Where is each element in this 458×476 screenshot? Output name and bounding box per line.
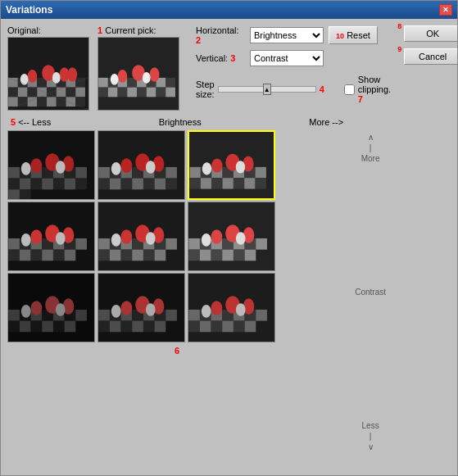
axis-more: ∧ | More <box>361 132 380 164</box>
show-clipping-checkbox[interactable] <box>344 84 355 95</box>
svg-rect-224 <box>234 321 245 333</box>
svg-point-28 <box>20 74 29 85</box>
svg-rect-204 <box>132 321 143 333</box>
step-size-label: Step size: <box>196 79 215 99</box>
svg-rect-221 <box>200 321 211 333</box>
ok-button[interactable]: OK <box>404 25 457 42</box>
svg-point-115 <box>202 162 211 175</box>
svg-point-112 <box>211 158 222 172</box>
svg-point-52 <box>150 67 160 82</box>
current-pick-image <box>97 37 179 111</box>
svg-rect-206 <box>155 321 166 333</box>
svg-rect-98 <box>190 167 201 178</box>
svg-point-29 <box>52 72 61 84</box>
svg-rect-66 <box>42 179 53 190</box>
svg-rect-71 <box>20 189 31 199</box>
current-pick-section: 1 Current pick: <box>97 25 179 111</box>
svg-point-54 <box>143 72 151 84</box>
cell-r3c2[interactable] <box>97 273 185 342</box>
svg-rect-78 <box>98 167 110 179</box>
original-label: Original: <box>7 25 41 35</box>
svg-point-173 <box>236 232 246 245</box>
svg-rect-86 <box>110 179 121 190</box>
svg-rect-18 <box>18 97 28 107</box>
cell-r1c2[interactable] <box>97 130 185 200</box>
main-panel: Original: <box>1 19 397 475</box>
cell-r1c3[interactable] <box>188 130 275 200</box>
svg-rect-147 <box>132 250 143 261</box>
svg-rect-205 <box>143 321 155 333</box>
svg-rect-22 <box>57 97 66 107</box>
svg-rect-19 <box>28 97 38 107</box>
svg-rect-21 <box>47 97 57 107</box>
axis-less: Less | ∨ <box>362 420 379 452</box>
controls-section: Horizontal: 2 Brightness Hue Saturation … <box>188 25 391 104</box>
svg-rect-47 <box>147 88 156 97</box>
svg-point-154 <box>146 232 156 245</box>
grid-header: 5 <-- Less Brightness More --> <box>7 116 347 129</box>
original-section: Original: <box>7 25 89 111</box>
svg-rect-182 <box>8 321 20 333</box>
svg-rect-65 <box>31 179 43 190</box>
cell-r2c2[interactable] <box>97 202 185 271</box>
close-button[interactable]: ✕ <box>439 4 452 16</box>
cell-r2c3[interactable] <box>188 202 275 271</box>
svg-rect-34 <box>98 78 108 88</box>
cell-r3c1[interactable] <box>7 273 95 342</box>
svg-point-76 <box>56 161 66 174</box>
svg-rect-16 <box>75 88 85 97</box>
svg-rect-165 <box>211 250 223 261</box>
svg-point-188 <box>31 301 43 315</box>
svg-point-75 <box>21 162 31 175</box>
vertical-row: Vertical: 3 Contrast Brightness Saturati… <box>196 50 391 66</box>
cell-r1c1[interactable] <box>7 130 95 200</box>
original-image <box>7 37 89 111</box>
right-axis: ∧ | More Contrast Less | ∨ <box>350 116 391 469</box>
svg-rect-69 <box>75 179 87 190</box>
svg-rect-15 <box>66 88 76 97</box>
svg-rect-9 <box>8 88 18 97</box>
svg-rect-45 <box>127 88 137 97</box>
cell-r2c1[interactable] <box>7 202 95 271</box>
svg-rect-194 <box>98 310 110 321</box>
horizontal-select[interactable]: Brightness Hue Saturation <box>250 27 324 43</box>
reset-button[interactable]: 10 Reset <box>329 26 378 44</box>
svg-rect-105 <box>190 178 201 188</box>
grid-container: 5 <-- Less Brightness More --> <box>7 116 347 469</box>
grid-row-3 <box>7 273 347 342</box>
svg-rect-145 <box>110 250 121 261</box>
svg-point-135 <box>56 232 66 245</box>
horizontal-label: Horizontal: 2 <box>196 25 245 45</box>
svg-point-116 <box>236 161 245 173</box>
svg-rect-118 <box>8 238 20 250</box>
svg-rect-202 <box>110 321 121 333</box>
svg-rect-144 <box>98 250 110 261</box>
svg-rect-104 <box>256 167 266 178</box>
svg-rect-110 <box>244 178 255 188</box>
svg-rect-225 <box>245 321 256 333</box>
svg-rect-175 <box>8 310 20 321</box>
svg-point-50 <box>118 70 128 83</box>
svg-rect-183 <box>20 321 31 333</box>
step-slider-container: ▲ 4 <box>218 84 324 94</box>
svg-point-192 <box>56 303 66 316</box>
step-thumb[interactable]: ▲ <box>263 84 271 95</box>
svg-rect-220 <box>188 321 200 333</box>
svg-rect-1 <box>8 78 18 88</box>
svg-rect-23 <box>66 97 76 107</box>
vertical-select[interactable]: Contrast Brightness Saturation <box>250 50 324 66</box>
svg-rect-67 <box>53 179 65 190</box>
svg-rect-91 <box>166 179 177 190</box>
cell-r3c3[interactable] <box>188 273 275 342</box>
svg-rect-20 <box>37 97 47 107</box>
svg-rect-168 <box>245 250 256 261</box>
cancel-button[interactable]: Cancel <box>404 48 457 65</box>
horizontal-row: Horizontal: 2 Brightness Hue Saturation … <box>196 25 391 45</box>
content-area: Original: <box>1 19 457 475</box>
original-chess-svg <box>8 38 88 110</box>
svg-rect-42 <box>98 88 108 97</box>
svg-rect-143 <box>166 238 177 250</box>
svg-point-230 <box>236 303 246 316</box>
svg-point-207 <box>121 301 133 315</box>
svg-rect-56 <box>8 167 20 179</box>
